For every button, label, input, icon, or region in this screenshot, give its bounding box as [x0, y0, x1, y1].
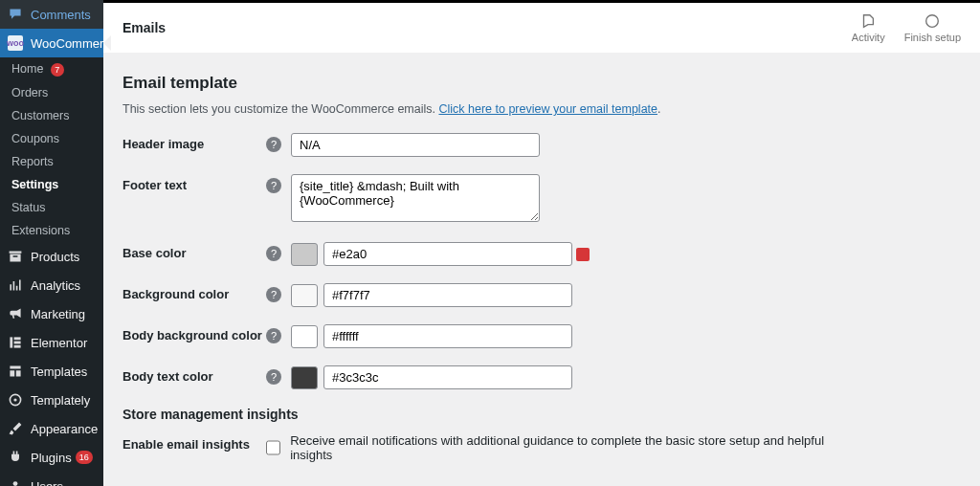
sidebar-label: Comments	[31, 8, 91, 22]
admin-sidebar: Comments woo WooCommerce Home 7 Orders C…	[0, 0, 103, 486]
base-color-swatch[interactable]	[291, 243, 318, 266]
circle-icon	[924, 12, 941, 30]
sidebar-sub-status[interactable]: Status	[0, 196, 103, 219]
users-icon	[8, 478, 23, 486]
body-bg-input[interactable]	[323, 324, 572, 348]
sidebar-item-appearance[interactable]: Appearance	[0, 414, 103, 443]
body-bg-label: Body background color	[122, 324, 266, 342]
chart-icon	[8, 277, 23, 293]
page-title: Emails	[122, 20, 166, 35]
templately-icon	[8, 392, 23, 408]
sidebar-item-products[interactable]: Products	[0, 242, 103, 271]
sidebar-item-templately[interactable]: Templately	[0, 386, 103, 414]
update-badge: 16	[76, 451, 93, 464]
help-icon[interactable]: ?	[266, 369, 281, 385]
woocommerce-icon: woo	[8, 35, 23, 51]
svg-rect-1	[14, 337, 21, 340]
help-icon[interactable]: ?	[266, 246, 281, 261]
body-text-color-label: Body text color	[122, 365, 266, 384]
activity-button[interactable]: Activity	[852, 12, 885, 43]
sidebar-sub-customers[interactable]: Customers	[0, 104, 103, 127]
megaphone-icon	[8, 306, 23, 321]
update-badge: 7	[51, 63, 64, 77]
sidebar-sub-settings[interactable]: Settings	[0, 173, 103, 196]
body-text-input[interactable]	[323, 365, 572, 389]
help-icon[interactable]: ?	[266, 137, 281, 152]
footer-text-label: Footer text	[122, 174, 266, 192]
activity-icon	[859, 12, 877, 30]
svg-point-7	[926, 15, 939, 28]
base-color-label: Base color	[122, 242, 266, 260]
svg-rect-3	[14, 345, 21, 348]
layout-icon	[8, 364, 23, 379]
enable-insights-checkbox[interactable]	[266, 440, 280, 455]
bg-color-label: Background color	[122, 283, 266, 301]
bg-color-swatch[interactable]	[291, 284, 318, 307]
color-picker-indicator	[576, 248, 590, 261]
elementor-icon	[8, 335, 23, 350]
content: Email template This section lets you cus…	[103, 53, 980, 486]
sidebar-item-analytics[interactable]: Analytics	[0, 271, 103, 299]
sidebar-sub-home[interactable]: Home 7	[0, 57, 103, 81]
enable-insights-label: Enable email insights	[122, 433, 266, 452]
finish-setup-button[interactable]: Finish setup	[904, 12, 961, 43]
help-icon[interactable]: ?	[266, 178, 281, 193]
section-description: This section lets you customize the WooC…	[122, 102, 961, 116]
preview-link[interactable]: Click here to preview your email templat…	[438, 102, 657, 116]
sidebar-item-users[interactable]: Users	[0, 472, 103, 486]
sidebar-sub-coupons[interactable]: Coupons	[0, 127, 103, 150]
sidebar-item-comments[interactable]: Comments	[0, 0, 103, 29]
section-heading: Email template	[122, 74, 961, 93]
sidebar-item-templates[interactable]: Templates	[0, 357, 103, 386]
sidebar-item-marketing[interactable]: Marketing	[0, 299, 103, 328]
archive-icon	[8, 249, 23, 264]
insights-heading: Store management insights	[122, 407, 961, 422]
svg-rect-2	[14, 342, 21, 344]
brush-icon	[8, 421, 23, 436]
footer-text-input[interactable]	[291, 174, 540, 222]
topbar: Emails Activity Finish setup	[103, 0, 980, 53]
svg-rect-0	[10, 337, 12, 347]
sidebar-item-woocommerce[interactable]: woo WooCommerce	[0, 29, 103, 57]
base-color-input[interactable]	[323, 242, 572, 266]
header-image-input[interactable]	[291, 133, 540, 157]
sidebar-item-elementor[interactable]: Elementor	[0, 328, 103, 357]
header-image-label: Header image	[122, 133, 266, 151]
enable-insights-desc: Receive email notifications with additio…	[290, 433, 840, 462]
help-icon[interactable]: ?	[266, 287, 281, 302]
help-icon[interactable]: ?	[266, 328, 281, 343]
body-bg-swatch[interactable]	[291, 325, 318, 348]
plug-icon	[8, 450, 23, 465]
bg-color-input[interactable]	[323, 283, 572, 307]
sidebar-sub-reports[interactable]: Reports	[0, 150, 103, 173]
sidebar-sub-extensions[interactable]: Extensions	[0, 219, 103, 242]
body-text-swatch[interactable]	[291, 366, 318, 389]
sidebar-sub-orders[interactable]: Orders	[0, 81, 103, 104]
svg-point-6	[13, 481, 18, 486]
sidebar-label: WooCommerce	[31, 36, 117, 51]
comment-icon	[8, 7, 23, 22]
svg-point-5	[13, 398, 16, 401]
sidebar-item-plugins[interactable]: Plugins 16	[0, 443, 103, 472]
